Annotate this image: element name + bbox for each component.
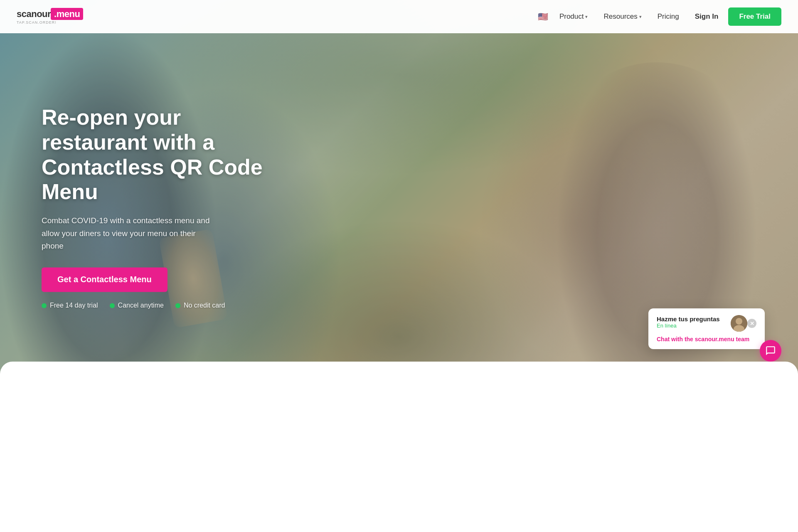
chat-bubble-button[interactable] <box>760 340 781 362</box>
nav-signin[interactable]: Sign In <box>689 9 724 24</box>
nav-links: 🇺🇸 Product ▾ Resources ▾ Pricing Sign In… <box>537 7 781 26</box>
trust-free-trial-label: Free 14 day trial <box>50 302 98 310</box>
avatar-svg <box>731 315 747 332</box>
trust-no-cc: No credit card <box>175 302 225 310</box>
trust-cancel: Cancel anytime <box>110 302 164 310</box>
language-flag[interactable]: 🇺🇸 <box>537 12 549 21</box>
navbar: scanour.menu TAP.SCAN.ORDER! 🇺🇸 Product … <box>0 0 798 33</box>
hero-section: Re-open your restaurant with a Contactle… <box>0 0 798 374</box>
nav-pricing[interactable]: Pricing <box>652 9 685 24</box>
nav-resources[interactable]: Resources ▾ <box>598 9 647 24</box>
trust-no-cc-label: No credit card <box>184 302 225 310</box>
nav-product[interactable]: Product ▾ <box>554 9 594 24</box>
hero-content: Re-open your restaurant with a Contactle… <box>42 105 283 309</box>
logo-tagline: TAP.SCAN.ORDER! <box>17 20 83 25</box>
bottom-section-divider <box>0 362 798 374</box>
chat-text-group: Hazme tus preguntas En línea <box>657 315 720 331</box>
hero-subtext: Combat COVID-19 with a contactless menu … <box>42 215 216 253</box>
chat-widget: Hazme tus preguntas En línea ✕ Chat with… <box>648 308 765 349</box>
cta-button[interactable]: Get a Contactless Menu <box>42 268 167 292</box>
trust-free-trial: Free 14 day trial <box>42 302 98 310</box>
chat-status: En línea <box>657 323 720 329</box>
chat-link[interactable]: Chat with the scanour.menu team <box>657 336 756 342</box>
chat-close-button[interactable]: ✕ <box>747 319 756 328</box>
product-chevron-icon: ▾ <box>585 14 588 20</box>
svg-point-1 <box>736 318 742 325</box>
resources-chevron-icon: ▾ <box>639 14 642 20</box>
trust-cancel-label: Cancel anytime <box>118 302 164 310</box>
logo[interactable]: scanour.menu TAP.SCAN.ORDER! <box>17 9 83 25</box>
chat-bubble-icon <box>765 345 776 356</box>
trust-badges: Free 14 day trial Cancel anytime No cred… <box>42 302 283 310</box>
nav-free-trial-button[interactable]: Free Trial <box>728 7 781 26</box>
chat-header: Hazme tus preguntas En línea ✕ <box>657 315 756 332</box>
chat-title-wrap: Hazme tus preguntas En línea <box>657 315 727 331</box>
trust-dot-free-trial <box>42 303 47 308</box>
hero-headline: Re-open your restaurant with a Contactle… <box>42 105 283 204</box>
logo-highlight: .menu <box>51 8 83 20</box>
trust-dot-no-cc <box>175 303 180 308</box>
logo-brand: scanour <box>17 9 51 19</box>
chat-avatar <box>731 315 747 332</box>
chat-title: Hazme tus preguntas <box>657 315 720 323</box>
trust-dot-cancel <box>110 303 115 308</box>
